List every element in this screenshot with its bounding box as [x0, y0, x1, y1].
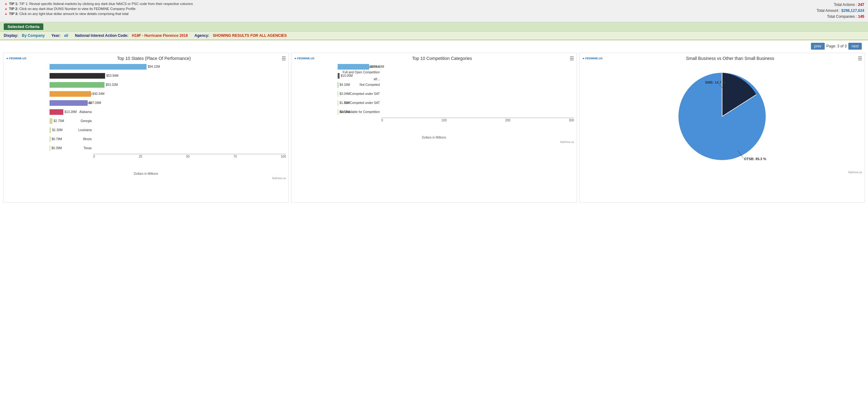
next-button[interactable]: next [848, 43, 862, 50]
bar-track: $0.39M [50, 145, 62, 151]
chart2-logo: ✦ FEDMINE.US [294, 57, 315, 60]
bar-fill [50, 64, 147, 69]
tips-bar: 🔺 TIP 1: TIP 1: Reveal specific federal … [0, 0, 868, 22]
selected-criteria-bar: Selected Criteria [0, 22, 868, 31]
bar-row: North Carolina$53.94M [50, 73, 286, 79]
tip2-line: 🔺 TIP 2: Click on any dark blue DUNS Num… [4, 7, 193, 11]
total-amount-value: $298,127,624 [841, 8, 864, 13]
total-amount: Total Amount : $298,127,624 [816, 8, 864, 14]
bar-fill [50, 145, 50, 151]
bar-track: $1.30M [50, 127, 63, 133]
bar-track: $13.28M [50, 109, 77, 115]
bar-fill [50, 118, 52, 124]
bar-value: $53.94M [106, 74, 119, 77]
tip1-icon: 🔺 TIP 1: [4, 2, 19, 6]
bar-fill [338, 82, 338, 88]
bar-row: Alabama$13.28M [50, 109, 286, 115]
total-companies: Total Companies : 145 [816, 14, 864, 20]
bar-track: $15.05M [338, 73, 352, 79]
bar-row: Texas$0.39M [50, 145, 286, 152]
bar-row: Louisiana$1.30M [50, 127, 286, 134]
bar-value: $37.08M [89, 101, 101, 105]
chart3-header: ✦ FEDMINE.US Small Business vs Other tha… [582, 56, 862, 61]
tip1-line: 🔺 TIP 1: TIP 1: Reveal specific federal … [4, 2, 193, 6]
tip3-icon: 🔺 TIP 3: [4, 12, 19, 16]
bar-value: $40.34M [92, 92, 104, 95]
chart3-box: ✦ FEDMINE.US Small Business vs Other tha… [579, 53, 865, 203]
bar-track: $3.04M [338, 91, 350, 97]
year-value: all [64, 33, 68, 38]
otsb-label: OTSB: 85.3 % [744, 157, 766, 161]
bar-value: $2.75M [54, 119, 64, 123]
bar-fill [50, 100, 88, 106]
bar-value: $1.30M [52, 128, 62, 132]
selected-criteria-label: Selected Criteria [4, 23, 43, 30]
chart2-header: ✦ FEDMINE.US Top 10 Competition Categori… [294, 56, 574, 61]
x-axis-labels: 0100200300 [381, 119, 574, 122]
bar-fill [338, 91, 338, 97]
bar-row: Illinois$0.78M [50, 136, 286, 143]
tip2-icon: 🔺 TIP 2: [4, 7, 19, 10]
bar-value: $1.25M [340, 101, 350, 105]
chart1-footer: fedmine.us [6, 177, 286, 180]
tips-right: Total Actions : 247 Total Amount : $298,… [816, 2, 864, 20]
chart1-box: ✦ FEDMINE.US Top 10 States (Place Of Per… [3, 53, 289, 203]
bar-fill [50, 91, 91, 97]
tips-left: 🔺 TIP 1: TIP 1: Reveal specific federal … [4, 2, 193, 16]
chart1-bars: Virginia$94.22MNorth Carolina$53.94MD.C.… [6, 63, 286, 171]
x-axis [381, 118, 574, 118]
bar-row: Not Competed under SAT$1.25M [338, 100, 574, 107]
chart1-header: ✦ FEDMINE.US Top 10 States (Place Of Per… [6, 56, 286, 61]
bar-value: $4.16M [340, 83, 350, 86]
chart1-logo: ✦ FEDMINE.US [6, 57, 27, 60]
bar-value: $0.39M [52, 146, 62, 150]
chart3-menu-icon[interactable]: ☰ [858, 56, 862, 61]
total-actions: Total Actions : 247 [816, 2, 864, 8]
display-value: By Company [22, 33, 44, 38]
prev-button[interactable]: prev [811, 43, 824, 50]
display-label: Display: [4, 33, 19, 38]
tip2-label: TIP 2: [9, 7, 19, 10]
chart3-logo: ✦ FEDMINE.US [582, 57, 603, 60]
bar-value: $274.10M [370, 65, 384, 68]
bar-row: Not Available for Competition$0.53M [338, 109, 574, 115]
bar-fill [338, 73, 340, 79]
agency-label: Agency: [194, 33, 209, 38]
chart1-x-title: Dollars in Millions [6, 172, 286, 175]
bar-fill [338, 109, 338, 115]
total-actions-value: 247 [858, 2, 864, 7]
bar-row: Competed under SAT$3.04M [338, 90, 574, 97]
niac-value: H18F - Hurricane Florence 2018 [132, 33, 188, 38]
bar-fill [338, 100, 338, 106]
page-text: Page: 3 of 3 [827, 44, 847, 48]
bar-value: $13.28M [65, 110, 77, 114]
agency-value: SHOWING RESULTS FOR ALL AGENCIES [213, 33, 287, 38]
main-content: prev Page: 3 of 3 next ✦ FEDMINE.US Top … [0, 40, 868, 205]
bar-fill [50, 109, 63, 115]
pie-chart-svg: SMB: 14.7 % OTSB: 85.3 % [672, 66, 772, 166]
chart2-bars: Full and Open Competition$274.10MFull an… [294, 63, 574, 135]
bar-fill [50, 82, 104, 88]
bar-track: $40.34M [50, 91, 104, 97]
tip1-text: TIP 1: Reveal specific federal markets b… [19, 2, 193, 6]
pagination-row: prev Page: 3 of 3 next [3, 43, 865, 50]
chart2-title: Top 10 Competition Categories [315, 56, 569, 61]
bar-row: Virginia$94.22M [50, 63, 286, 70]
smb-label: SMB: 14.7 % [705, 81, 725, 84]
bar-fill [50, 127, 51, 133]
chart3-title: Small Business vs Other than Small Busin… [603, 56, 858, 61]
bar-track: $94.22M [50, 64, 160, 69]
bar-value: $94.22M [148, 65, 160, 68]
bar-value: $15.05M [341, 74, 353, 77]
bar-row: South Carolina$40.34M [50, 90, 286, 97]
chart1-menu-icon[interactable]: ☰ [282, 56, 286, 61]
pie-container: SMB: 14.7 % OTSB: 85.3 % [582, 63, 862, 169]
criteria-display: Display: By Company Year: all National I… [0, 31, 868, 40]
tip3-line: 🔺 TIP 3: Click on any light blue dollar … [4, 12, 193, 16]
chart2-menu-icon[interactable]: ☰ [569, 56, 574, 61]
chart2-x-title: Dollars in Millions [294, 136, 574, 139]
bar-fill [50, 136, 51, 142]
bar-row: Northern Mariana Islands$37.08M [50, 100, 286, 107]
bar-track: $0.78M [50, 136, 62, 142]
chart3-footer: fedmine.us [582, 171, 862, 174]
